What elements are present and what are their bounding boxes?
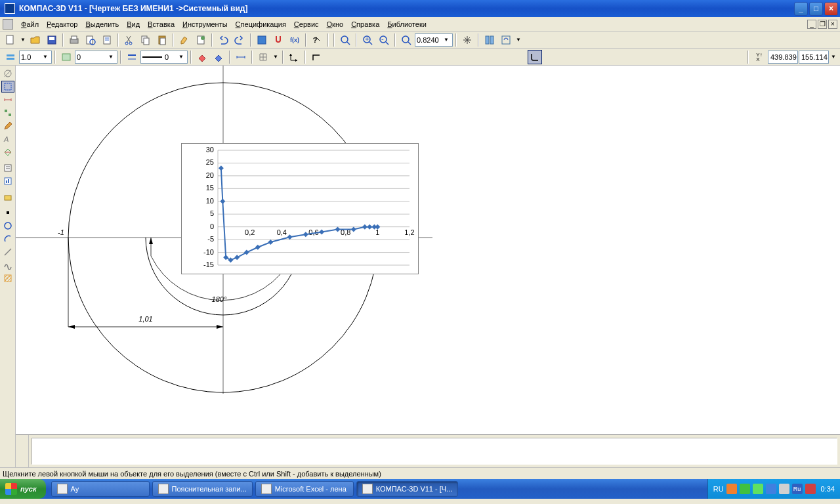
reports-icon[interactable] xyxy=(1,175,14,187)
tray-lang-icon[interactable]: Ru xyxy=(792,484,803,494)
taskbar-button[interactable]: Ау xyxy=(51,481,150,497)
help-button[interactable]: ? xyxy=(310,33,324,47)
start-button[interactable]: пуск xyxy=(0,479,46,499)
menu-редактор[interactable]: Редактор xyxy=(43,19,81,30)
menu-библиотеки[interactable]: Библиотеки xyxy=(383,19,430,30)
grid-button[interactable] xyxy=(256,50,270,64)
menu-вид[interactable]: Вид xyxy=(123,19,144,30)
arc-tool[interactable] xyxy=(1,233,14,245)
cut-button[interactable] xyxy=(122,33,136,47)
close-button[interactable]: × xyxy=(824,2,838,16)
mdi-restore-button[interactable]: ❐ xyxy=(818,20,827,29)
print-button[interactable] xyxy=(67,33,81,47)
dimension-button[interactable] xyxy=(234,50,248,64)
menu-окно[interactable]: Окно xyxy=(323,19,348,30)
tray-icon[interactable] xyxy=(740,484,750,494)
taskbar-button[interactable]: КОМПАС-3D V11 - [Ч... xyxy=(356,481,459,497)
lang-indicator[interactable]: RU xyxy=(713,485,724,493)
variables-button[interactable]: f(x) xyxy=(287,33,302,47)
properties-button[interactable] xyxy=(100,33,114,47)
format-painter-button[interactable] xyxy=(177,33,192,47)
message-box[interactable] xyxy=(32,438,837,465)
erase-in-button[interactable] xyxy=(211,50,226,64)
new-button[interactable] xyxy=(3,33,18,47)
tray-icon[interactable] xyxy=(766,484,776,494)
layer-combo[interactable]: 0▼ xyxy=(75,51,117,64)
rebuild-button[interactable] xyxy=(482,33,497,47)
svg-rect-13 xyxy=(144,38,149,45)
taskbar-button[interactable]: Пояснительная запи... xyxy=(152,481,253,497)
zoom-fit-button[interactable] xyxy=(338,33,352,47)
dimension-label: 1,01 xyxy=(138,315,152,323)
tray-icon[interactable] xyxy=(779,484,789,494)
tray-icon[interactable] xyxy=(726,484,737,494)
menu-сервис[interactable]: Сервис xyxy=(290,19,323,30)
menu-выделить[interactable]: Выделить xyxy=(81,19,123,30)
drawing-canvas[interactable]: 1,01 180° -1 -15-10-50510152025300,20,40… xyxy=(16,66,840,467)
hatch-tool[interactable] xyxy=(1,272,14,284)
open-button[interactable] xyxy=(28,33,43,47)
grid-drop[interactable]: ▼ xyxy=(272,50,279,64)
clock[interactable]: 0:34 xyxy=(821,485,835,493)
document-icon[interactable] xyxy=(3,19,13,30)
coord-y-field[interactable]: 155.114 xyxy=(799,51,829,64)
dimensions-icon[interactable] xyxy=(1,94,14,106)
spline-tool[interactable] xyxy=(1,259,14,271)
preview-button[interactable] xyxy=(83,33,98,47)
taskbar-button[interactable]: Microsoft Excel - лена xyxy=(255,481,354,497)
params-icon[interactable]: A xyxy=(1,133,14,145)
document-properties-button[interactable] xyxy=(194,33,208,47)
maximize-button[interactable]: □ xyxy=(809,2,823,16)
line-tool[interactable] xyxy=(1,246,14,258)
coords-button[interactable]: Y↑X xyxy=(752,50,766,64)
scale-combo[interactable]: 1.0▼ xyxy=(19,51,52,64)
svg-point-27 xyxy=(402,36,409,43)
zoom-out-button[interactable]: - xyxy=(377,33,391,47)
copy-button[interactable] xyxy=(138,33,153,47)
zoom-in-button[interactable]: + xyxy=(360,33,375,47)
toolbar-drop[interactable]: ▼ xyxy=(515,33,522,47)
insert-icon[interactable] xyxy=(1,191,14,203)
message-panel-handle[interactable] xyxy=(16,435,29,467)
menu-справка[interactable]: Справка xyxy=(347,19,383,30)
tray-icon[interactable] xyxy=(805,484,816,494)
pan-button[interactable] xyxy=(460,33,474,47)
minimize-button[interactable]: _ xyxy=(794,2,808,16)
manager-button[interactable] xyxy=(255,33,269,47)
spec-icon[interactable] xyxy=(1,162,14,174)
svg-rect-50 xyxy=(7,211,9,214)
snap-button[interactable] xyxy=(271,33,285,47)
state-button[interactable] xyxy=(3,50,18,64)
undo-button[interactable] xyxy=(216,33,230,47)
paste-button[interactable] xyxy=(155,33,169,47)
round-button[interactable] xyxy=(528,50,542,64)
mdi-close-button[interactable]: × xyxy=(828,20,837,29)
geometry-icon[interactable] xyxy=(1,68,14,79)
erase-button[interactable] xyxy=(195,50,209,64)
ortho-button[interactable] xyxy=(309,50,324,64)
lcs-button[interactable] xyxy=(287,50,301,64)
zoom-combo[interactable]: 0.8240▼ xyxy=(415,33,453,47)
mdi-minimize-button[interactable]: _ xyxy=(807,20,816,29)
circle-tool[interactable] xyxy=(1,220,14,232)
layer-state-button[interactable] xyxy=(59,50,74,64)
linestyle-button[interactable] xyxy=(125,50,139,64)
measure-icon[interactable] xyxy=(1,146,14,158)
edit-icon[interactable] xyxy=(1,120,14,132)
save-button[interactable] xyxy=(45,33,59,47)
designation-icon[interactable] xyxy=(1,107,14,119)
toolbar2-drop[interactable]: ▼ xyxy=(830,50,837,64)
redo-button[interactable] xyxy=(232,33,247,47)
style-combo[interactable]: 0▼ xyxy=(140,51,188,64)
new-dropdown[interactable]: ▼ xyxy=(20,33,26,47)
tray-icon[interactable] xyxy=(753,484,763,494)
menu-спецификация[interactable]: Спецификация xyxy=(232,19,290,30)
menu-вставка[interactable]: Вставка xyxy=(144,19,178,30)
zoom-scale-button[interactable] xyxy=(399,33,413,47)
coord-x-field[interactable]: 439.839 xyxy=(768,51,798,64)
refresh-button[interactable] xyxy=(499,33,513,47)
point-tool[interactable] xyxy=(1,207,14,219)
select-icon[interactable] xyxy=(1,81,14,93)
menu-файл[interactable]: Файл xyxy=(17,19,43,30)
menu-инструменты[interactable]: Инструменты xyxy=(178,19,232,30)
